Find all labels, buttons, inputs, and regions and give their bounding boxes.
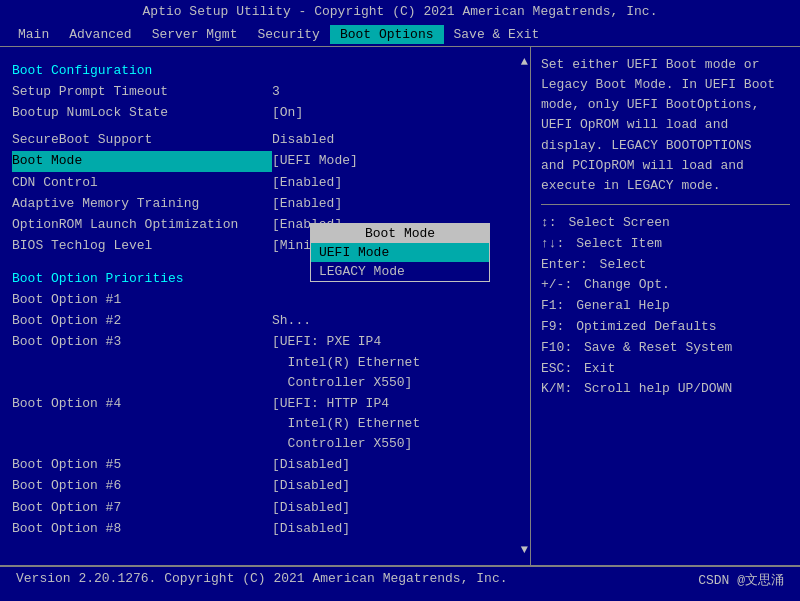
hotkey-esc: ESC: Exit [541, 359, 790, 380]
hotkey-change-opt-label: Change Opt. [576, 275, 670, 296]
label-setup-prompt: Setup Prompt Timeout [12, 82, 272, 102]
menu-save-exit[interactable]: Save & Exit [444, 25, 550, 44]
label-boot8: Boot Option #8 [12, 519, 272, 539]
label-adaptive-memory: Adaptive Memory Training [12, 194, 272, 214]
hotkey-change-opt: +/-: Change Opt. [541, 275, 790, 296]
hotkey-enter-label: Select [592, 255, 647, 276]
config-row-boot4[interactable]: Boot Option #4 [UEFI: HTTP IP4 Intel(R) … [12, 394, 518, 454]
menu-boot-options[interactable]: Boot Options [330, 25, 444, 44]
label-boot1: Boot Option #1 [12, 290, 272, 310]
right-description: Set either UEFI Boot mode or Legacy Boot… [541, 55, 790, 196]
hotkey-km: K/M: Scroll help UP/DOWN [541, 379, 790, 400]
title-bar: Aptio Setup Utility - Copyright (C) 2021… [0, 0, 800, 23]
value-boot2: Sh... [272, 311, 311, 331]
config-row-boot8[interactable]: Boot Option #8 [Disabled] [12, 519, 518, 539]
label-boot3: Boot Option #3 [12, 332, 272, 352]
dropdown-item-legacy[interactable]: LEGACY Mode [311, 262, 489, 281]
hotkey-enter-key: Enter: [541, 255, 588, 276]
right-panel: Set either UEFI Boot mode or Legacy Boot… [530, 46, 800, 566]
hotkey-f9: F9: Optimized Defaults [541, 317, 790, 338]
config-row-bootmode[interactable]: Boot Mode [UEFI Mode] [12, 151, 518, 171]
hotkey-enter: Enter: Select [541, 255, 790, 276]
left-panel: ▲ Boot Configuration Setup Prompt Timeou… [0, 46, 530, 566]
value-boot8: [Disabled] [272, 519, 350, 539]
config-row-numlock: Bootup NumLock State [On] [12, 103, 518, 123]
section-boot-config: Boot Configuration [12, 63, 518, 78]
hotkey-esc-label: Exit [576, 359, 615, 380]
value-adaptive-memory: [Enabled] [272, 194, 342, 214]
hotkey-select-screen: ↕: Select Screen [541, 213, 790, 234]
label-boot4: Boot Option #4 [12, 394, 272, 414]
menu-advanced[interactable]: Advanced [59, 25, 141, 44]
config-row-cdn: CDN Control [Enabled] [12, 173, 518, 193]
value-boot5: [Disabled] [272, 455, 350, 475]
scroll-down-arrow[interactable]: ▼ [521, 543, 528, 557]
right-divider [541, 204, 790, 205]
label-numlock: Bootup NumLock State [12, 103, 272, 123]
hotkey-f1-label: General Help [568, 296, 669, 317]
label-bootmode[interactable]: Boot Mode [12, 151, 272, 171]
hotkey-km-label: Scroll help UP/DOWN [576, 379, 732, 400]
value-boot3: [UEFI: PXE IP4 Intel(R) Ethernet Control… [272, 332, 420, 392]
hotkey-f9-label: Optimized Defaults [568, 317, 716, 338]
hotkey-arrows-icon: ↑↓: [541, 234, 564, 255]
status-bar-left: Version 2.20.1276. Copyright (C) 2021 Am… [16, 571, 507, 589]
value-boot6: [Disabled] [272, 476, 350, 496]
hotkey-esc-key: ESC: [541, 359, 572, 380]
hotkey-updown-icon: ↕: [541, 213, 557, 234]
value-boot4: [UEFI: HTTP IP4 Intel(R) Ethernet Contro… [272, 394, 420, 454]
value-bootmode: [UEFI Mode] [272, 151, 358, 171]
hotkey-select-screen-label: Select Screen [561, 213, 670, 234]
status-bar-right: CSDN @文思涌 [698, 571, 784, 589]
dropdown-item-uefi[interactable]: UEFI Mode [311, 243, 489, 262]
hotkey-f10: F10: Save & Reset System [541, 338, 790, 359]
label-boot7: Boot Option #7 [12, 498, 272, 518]
menu-bar: Main Advanced Server Mgmt Security Boot … [0, 23, 800, 46]
hotkey-f1: F1: General Help [541, 296, 790, 317]
title-text: Aptio Setup Utility - Copyright (C) 2021… [143, 4, 658, 19]
hotkey-select-item-label: Select Item [568, 234, 662, 255]
config-row-boot6[interactable]: Boot Option #6 [Disabled] [12, 476, 518, 496]
config-row-boot1[interactable]: Boot Option #1 [12, 290, 518, 310]
label-cdn: CDN Control [12, 173, 272, 193]
status-bar: Version 2.20.1276. Copyright (C) 2021 Am… [0, 566, 800, 593]
config-row-setup-prompt: Setup Prompt Timeout 3 [12, 82, 518, 102]
menu-server-mgmt[interactable]: Server Mgmt [142, 25, 248, 44]
value-setup-prompt: 3 [272, 82, 280, 102]
config-row-boot2[interactable]: Boot Option #2 Sh... [12, 311, 518, 331]
dropdown-title: Boot Mode [311, 224, 489, 243]
config-row-secureboot: SecureBoot Support Disabled [12, 130, 518, 150]
label-boot5: Boot Option #5 [12, 455, 272, 475]
config-row-boot3[interactable]: Boot Option #3 [UEFI: PXE IP4 Intel(R) E… [12, 332, 518, 392]
label-secureboot: SecureBoot Support [12, 130, 272, 150]
hotkey-select-item: ↑↓: Select Item [541, 234, 790, 255]
boot-mode-dropdown[interactable]: Boot Mode UEFI Mode LEGACY Mode [310, 223, 490, 282]
hotkey-plusminus-key: +/-: [541, 275, 572, 296]
hotkey-f9-key: F9: [541, 317, 564, 338]
hotkeys-section: ↕: Select Screen ↑↓: Select Item Enter: … [541, 213, 790, 400]
hotkey-km-key: K/M: [541, 379, 572, 400]
hotkey-f10-label: Save & Reset System [576, 338, 732, 359]
config-row-boot7[interactable]: Boot Option #7 [Disabled] [12, 498, 518, 518]
config-row-adaptive-memory: Adaptive Memory Training [Enabled] [12, 194, 518, 214]
main-content: ▲ Boot Configuration Setup Prompt Timeou… [0, 46, 800, 566]
config-row-boot5[interactable]: Boot Option #5 [Disabled] [12, 455, 518, 475]
hotkey-f1-key: F1: [541, 296, 564, 317]
label-techlog: BIOS Techlog Level [12, 236, 272, 256]
hotkey-f10-key: F10: [541, 338, 572, 359]
scroll-up-arrow[interactable]: ▲ [521, 55, 528, 69]
value-numlock: [On] [272, 103, 303, 123]
label-boot2: Boot Option #2 [12, 311, 272, 331]
menu-main[interactable]: Main [8, 25, 59, 44]
value-cdn: [Enabled] [272, 173, 342, 193]
menu-security[interactable]: Security [247, 25, 329, 44]
value-boot7: [Disabled] [272, 498, 350, 518]
label-boot6: Boot Option #6 [12, 476, 272, 496]
value-secureboot: Disabled [272, 130, 334, 150]
label-optionrom: OptionROM Launch Optimization [12, 215, 272, 235]
